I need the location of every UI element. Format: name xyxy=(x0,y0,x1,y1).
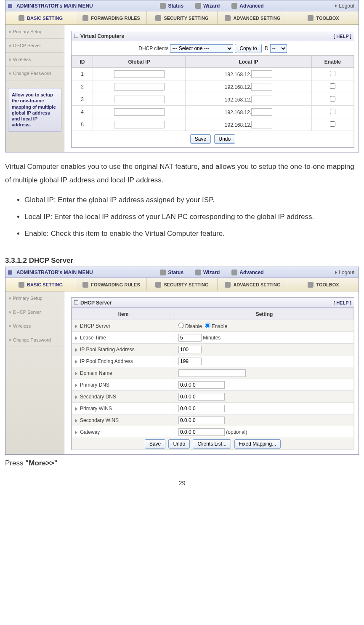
dhcp-enable-radio[interactable] xyxy=(205,323,210,328)
secondary-wins-input[interactable] xyxy=(178,417,225,424)
global-ip-input[interactable] xyxy=(114,70,165,78)
copy-to-button[interactable]: Copy to xyxy=(235,44,261,53)
tab-advanced-setting[interactable]: ADVANCED SETTING xyxy=(218,278,288,291)
description-bullets: Global IP: Enter the global IP address a… xyxy=(24,193,359,241)
nav-wizard[interactable]: Wizard xyxy=(189,3,226,9)
nav-advanced[interactable]: Advanced xyxy=(226,270,269,275)
tab-advanced-setting[interactable]: ADVANCED SETTING xyxy=(218,11,288,24)
primary-dns-input[interactable] xyxy=(178,381,225,389)
tab-toolbox[interactable]: TOOLBOX xyxy=(288,11,359,24)
sidebar-item-dhcp-server[interactable]: DHCP Server xyxy=(5,305,64,319)
enable-checkbox[interactable] xyxy=(330,71,335,76)
logout-arrow-icon xyxy=(335,4,337,8)
id-label: ID xyxy=(263,45,268,51)
bullet-global-ip: Global IP: Enter the global IP address a… xyxy=(24,193,359,207)
sidebar-primary-label: Primary Setup xyxy=(13,29,43,34)
tab-basic-setting[interactable]: BASIC SETTING xyxy=(5,11,76,24)
help-link[interactable]: [ HELP ] xyxy=(333,34,351,39)
dhcp-server-panel: DHCP Server [ HELP ] ItemSetting DHCP Se… xyxy=(71,297,354,450)
global-ip-input[interactable] xyxy=(114,108,165,116)
local-ip-input[interactable] xyxy=(251,108,272,116)
bullet-local-ip: Local IP: Enter the local IP address of … xyxy=(24,210,359,224)
pool-end-input[interactable] xyxy=(178,358,202,365)
domain-name-input[interactable] xyxy=(178,369,246,377)
nav-status[interactable]: Status xyxy=(154,3,189,9)
undo-button[interactable]: Undo xyxy=(168,439,190,449)
nav-status-label: Status xyxy=(168,270,183,275)
row-pool-start: IP Pool Starting Address xyxy=(72,344,354,355)
panel-title: DHCP Server xyxy=(80,300,112,306)
sidebar-item-primary-setup[interactable]: Primary Setup xyxy=(5,25,64,39)
local-ip-input[interactable] xyxy=(251,96,272,103)
wizard-icon xyxy=(195,270,201,275)
enable-checkbox[interactable] xyxy=(330,109,335,114)
lease-time-input[interactable] xyxy=(178,334,202,342)
cell-id: 5 xyxy=(72,118,93,131)
sidebar-item-primary-setup[interactable]: Primary Setup xyxy=(5,291,64,305)
tab-forwarding-rules[interactable]: FORWARDING RULES xyxy=(76,278,147,291)
tab-security-setting[interactable]: SECURITY SETTING xyxy=(147,11,218,24)
wizard-icon xyxy=(195,3,201,9)
bullet-icon xyxy=(9,45,11,47)
advanced-icon xyxy=(231,270,237,275)
secondary-dns-input[interactable] xyxy=(178,393,225,401)
virtual-computers-table: ID Global IP Local IP Enable 1192.168.12… xyxy=(72,56,354,147)
nav-advanced[interactable]: Advanced xyxy=(226,3,269,9)
global-ip-input[interactable] xyxy=(114,121,165,128)
id-select[interactable]: -- xyxy=(270,44,287,53)
tab-toolbox-label: TOOLBOX xyxy=(316,282,339,287)
sidebar-item-wireless[interactable]: Wireless xyxy=(5,319,64,333)
nav-status[interactable]: Status xyxy=(154,270,189,275)
item-label: DHCP Server xyxy=(80,323,110,329)
sidebar-item-wireless[interactable]: Wireless xyxy=(5,53,64,67)
bullet-icon xyxy=(9,311,11,313)
forwarding-icon xyxy=(82,15,88,21)
nav-advanced-label: Advanced xyxy=(239,3,263,9)
caret-icon xyxy=(75,431,77,434)
gateway-input[interactable] xyxy=(178,428,225,436)
local-ip-prefix: 192.168.12. xyxy=(225,109,251,115)
global-ip-input[interactable] xyxy=(114,96,165,103)
press-more-text: Press "More>>" xyxy=(5,459,359,467)
row-secondary-wins: Secondary WINS xyxy=(72,414,354,426)
sidebar-wireless-label: Wireless xyxy=(13,323,31,329)
cell-id: 4 xyxy=(72,106,93,118)
help-link[interactable]: [ HELP ] xyxy=(333,300,351,305)
save-button[interactable]: Save xyxy=(190,134,211,144)
enable-checkbox[interactable] xyxy=(330,83,335,89)
tab-basic-setting[interactable]: BASIC SETTING xyxy=(5,278,76,291)
tab-forwarding-rules[interactable]: FORWARDING RULES xyxy=(76,11,147,24)
nav-logout[interactable]: Logout xyxy=(331,270,359,275)
sidebar-item-dhcp-server[interactable]: DHCP Server xyxy=(5,39,64,53)
sidebar-item-change-password[interactable]: Change Password xyxy=(5,333,64,347)
tab-basic-label: BASIC SETTING xyxy=(27,16,63,21)
pool-start-input[interactable] xyxy=(178,346,202,353)
item-label: Secondary WINS xyxy=(80,417,119,423)
local-ip-input[interactable] xyxy=(251,70,272,78)
panel-header: Virtual Computers [ HELP ] xyxy=(72,31,354,41)
nav-wizard[interactable]: Wizard xyxy=(189,270,226,275)
sidebar-item-change-password[interactable]: Change Password xyxy=(5,67,64,80)
menu-icon xyxy=(8,4,12,8)
logout-arrow-icon xyxy=(335,271,337,274)
local-ip-prefix: 192.168.12. xyxy=(225,71,251,77)
security-icon xyxy=(155,282,161,288)
toolbox-icon xyxy=(308,15,314,21)
panel-icon xyxy=(74,34,78,38)
tab-security-setting[interactable]: SECURITY SETTING xyxy=(147,278,218,291)
tab-advanced-label: ADVANCED SETTING xyxy=(233,282,280,287)
clients-list-button[interactable]: Clients List... xyxy=(193,439,231,449)
global-ip-input[interactable] xyxy=(114,83,165,91)
save-button[interactable]: Save xyxy=(145,439,165,449)
local-ip-input[interactable] xyxy=(251,83,272,91)
primary-wins-input[interactable] xyxy=(178,405,225,412)
local-ip-input[interactable] xyxy=(251,121,272,128)
enable-checkbox[interactable] xyxy=(330,96,335,101)
enable-checkbox[interactable] xyxy=(330,121,335,127)
undo-button[interactable]: Undo xyxy=(214,134,236,144)
fixed-mapping-button[interactable]: Fixed Mapping... xyxy=(234,439,281,449)
dhcp-clients-select[interactable]: --- Select one --- xyxy=(170,44,233,53)
tab-toolbox[interactable]: TOOLBOX xyxy=(288,278,359,291)
nav-logout[interactable]: Logout xyxy=(331,3,359,9)
dhcp-disable-radio[interactable] xyxy=(178,323,184,328)
